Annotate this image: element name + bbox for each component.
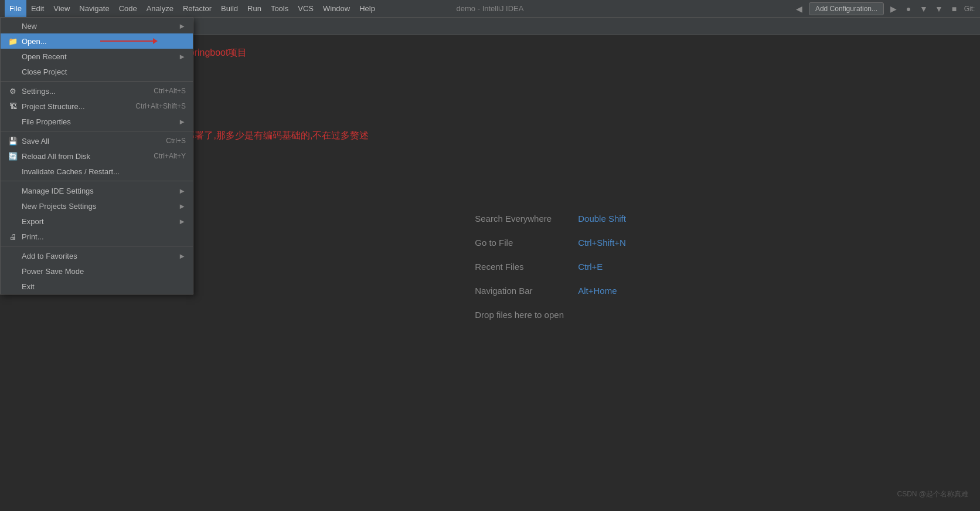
- file-menu-popup: New ► 📁 Open... Open Recent ► Close Proj…: [0, 18, 193, 295]
- open-recent-arrow: ►: [178, 52, 186, 61]
- menu-run[interactable]: Run: [243, 0, 266, 17]
- recent-files-label: Recent Files: [475, 261, 569, 271]
- project-structure-shortcut: Ctrl+Alt+Shift+S: [124, 102, 186, 110]
- menu-item-manage-ide[interactable]: Manage IDE Settings ►: [1, 183, 193, 198]
- menu-code[interactable]: Code: [114, 0, 142, 17]
- welcome-navbar: Navigation Bar Alt+Home: [475, 285, 626, 295]
- welcome-goto: Go to File Ctrl+Shift+N: [475, 237, 626, 247]
- menu-navigate[interactable]: Navigate: [74, 0, 114, 17]
- toolbar-right: ◀ Add Configuration... ▶ ● ▼ ▼ ■ Git:: [794, 2, 975, 15]
- git-label: Git:: [964, 3, 975, 15]
- search-everywhere-shortcut: Double Shift: [578, 213, 626, 223]
- debug-icon[interactable]: ●: [903, 3, 914, 15]
- welcome-recent: Recent Files Ctrl+E: [475, 261, 626, 271]
- open-icon: 📁: [8, 37, 18, 46]
- reload-icon: 🔄: [8, 152, 18, 161]
- file-dropdown-menu: New ► 📁 Open... Open Recent ► Close Proj…: [0, 18, 193, 295]
- menu-analyze[interactable]: Analyze: [142, 0, 178, 17]
- nav-bar-shortcut: Alt+Home: [578, 285, 617, 295]
- menu-item-export[interactable]: Export ►: [1, 214, 193, 229]
- add-favorites-arrow: ►: [178, 252, 186, 260]
- new-projects-arrow: ►: [178, 202, 186, 211]
- welcome-search: Search Everywhere Double Shift: [475, 213, 626, 223]
- title-bar: File Edit View Navigate Code Analyze Ref…: [0, 0, 980, 18]
- menu-item-new[interactable]: New ►: [1, 18, 193, 33]
- separator-4: [1, 246, 193, 246]
- menu-vcs[interactable]: VCS: [293, 0, 318, 17]
- menu-window[interactable]: Window: [318, 0, 355, 17]
- menu-item-project-structure[interactable]: 🏗 Project Structure... Ctrl+Alt+Shift+S: [1, 99, 193, 114]
- menu-item-file-properties[interactable]: File Properties ►: [1, 114, 193, 129]
- drop-files-label: Drop files here to open: [475, 309, 564, 319]
- menu-edit[interactable]: Edit: [26, 0, 49, 17]
- settings-icon: ⚙: [8, 87, 18, 96]
- menu-bar: File Edit View Navigate Code Analyze Ref…: [5, 0, 380, 17]
- menu-help[interactable]: Help: [355, 0, 380, 17]
- print-icon: 🖨: [8, 232, 18, 241]
- dropdown-icon[interactable]: ▼: [933, 3, 945, 15]
- menu-item-exit[interactable]: Exit: [1, 279, 193, 294]
- menu-tools[interactable]: Tools: [266, 0, 293, 17]
- recent-files-shortcut: Ctrl+E: [578, 261, 603, 271]
- menu-item-open-recent[interactable]: Open Recent ►: [1, 49, 193, 64]
- menu-view[interactable]: View: [49, 0, 74, 17]
- export-arrow: ►: [178, 217, 186, 226]
- manage-ide-arrow: ►: [178, 187, 186, 195]
- separator-1: [1, 81, 193, 82]
- separator-2: [1, 131, 193, 131]
- menu-item-settings[interactable]: ⚙ Settings... Ctrl+Alt+S: [1, 83, 193, 99]
- search-everywhere-label: Search Everywhere: [475, 213, 569, 223]
- goto-file-label: Go to File: [475, 237, 569, 247]
- menu-item-reload[interactable]: 🔄 Reload All from Disk Ctrl+Alt+Y: [1, 148, 193, 164]
- nav-bar-label: Navigation Bar: [475, 285, 569, 295]
- menu-item-save-all[interactable]: 💾 Save All Ctrl+S: [1, 133, 193, 148]
- menu-item-close-project[interactable]: Close Project: [1, 64, 193, 79]
- menu-item-new-projects[interactable]: New Projects Settings ►: [1, 198, 193, 214]
- menu-item-open[interactable]: 📁 Open...: [1, 33, 193, 49]
- file-properties-arrow: ►: [178, 117, 186, 126]
- run-icon[interactable]: ▶: [887, 3, 899, 15]
- settings-shortcut: Ctrl+Alt+S: [142, 87, 186, 95]
- goto-file-shortcut: Ctrl+Shift+N: [578, 237, 626, 247]
- profile-icon[interactable]: ▼: [918, 3, 930, 15]
- separator-3: [1, 181, 193, 181]
- window-title: demo - IntelliJ IDEA: [457, 4, 524, 13]
- menu-refactor[interactable]: Refactor: [178, 0, 216, 17]
- stop-icon[interactable]: ■: [948, 3, 960, 15]
- new-arrow: ►: [178, 22, 186, 31]
- watermark: CSDN @起个名称真难: [897, 489, 968, 499]
- menu-build[interactable]: Build: [216, 0, 243, 17]
- back-icon[interactable]: ◀: [794, 3, 805, 15]
- welcome-drop: Drop files here to open: [475, 309, 626, 319]
- menu-file[interactable]: File: [5, 0, 26, 17]
- menu-item-power-save[interactable]: Power Save Mode: [1, 263, 193, 279]
- save-all-shortcut: Ctrl+S: [154, 137, 186, 145]
- reload-shortcut: Ctrl+Alt+Y: [142, 152, 186, 160]
- menu-item-print[interactable]: 🖨 Print...: [1, 229, 193, 244]
- add-configuration-button[interactable]: Add Configuration...: [809, 2, 884, 15]
- welcome-panel: Search Everywhere Double Shift Go to Fil…: [475, 213, 626, 333]
- save-all-icon: 💾: [8, 137, 18, 145]
- menu-item-invalidate[interactable]: Invalidate Caches / Restart...: [1, 164, 193, 179]
- menu-item-add-favorites[interactable]: Add to Favorites ►: [1, 248, 193, 263]
- project-structure-icon: 🏗: [8, 102, 18, 111]
